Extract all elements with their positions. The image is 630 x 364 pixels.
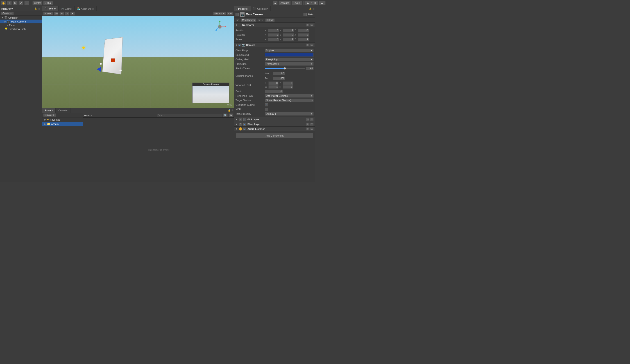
scene-tab[interactable]: ⬛ Scene xyxy=(42,6,58,11)
search-icon[interactable]: 🔍 xyxy=(223,113,228,117)
rendering-path-dropdown[interactable]: Use Player Settings ▼ xyxy=(265,94,314,98)
game-tab[interactable]: 🎮 Game xyxy=(58,6,74,11)
vp-w-input[interactable] xyxy=(268,85,278,89)
rotate-tool-btn[interactable]: ↻ xyxy=(12,1,18,5)
rot-z-input[interactable] xyxy=(298,33,309,37)
hdr-checkbox[interactable] xyxy=(265,108,268,111)
flare-layer-settings[interactable]: ⚙ xyxy=(306,123,310,126)
depth-input[interactable] xyxy=(265,90,283,93)
project-settings-icon[interactable]: ⚙ xyxy=(228,113,233,117)
occlusion-tab[interactable]: ⬛ Occlusion xyxy=(251,6,270,11)
console-tab[interactable]: Console xyxy=(56,108,70,113)
hierarchy-lock-btn[interactable]: 🔒 xyxy=(34,7,38,10)
camera-menu-btn[interactable]: ☰ xyxy=(310,43,314,46)
hierarchy-create-btn[interactable]: Create ▼ xyxy=(1,12,14,15)
tag-dropdown[interactable]: MainCamera xyxy=(241,18,256,22)
cloud-icon[interactable]: ☁ xyxy=(273,1,278,5)
near-input[interactable] xyxy=(273,72,285,75)
hierarchy-item-plane[interactable]: ▫ Plane xyxy=(0,23,42,27)
inspector-menu[interactable]: ☰ xyxy=(312,7,315,10)
effects-btn[interactable]: ✦ xyxy=(70,12,75,15)
space-global-btn[interactable]: Global xyxy=(43,1,53,5)
rot-x-input[interactable] xyxy=(268,33,279,37)
pivot-center-btn[interactable]: Center xyxy=(32,1,42,5)
viewport[interactable]: ☁ xyxy=(42,16,234,108)
camera-header[interactable]: ▼ 📷 Camera ⚙ ☰ xyxy=(234,43,315,47)
vp-y-input[interactable] xyxy=(283,81,293,85)
audio-listener-menu[interactable]: ☰ xyxy=(310,127,314,130)
layer-dropdown[interactable]: Default xyxy=(265,18,275,22)
hierarchy-menu-btn[interactable]: ☰ xyxy=(38,7,41,10)
project-favorites[interactable]: ▶ ★ Favorites xyxy=(42,117,83,122)
pos-y-input[interactable] xyxy=(283,29,294,32)
pos-x-input[interactable] xyxy=(268,29,279,32)
fov-slider-thumb[interactable] xyxy=(284,67,286,69)
occlusion-culling-checkbox[interactable] xyxy=(265,103,268,106)
clear-flags-dropdown[interactable]: Skybox ▼ xyxy=(265,49,314,52)
shading-mode-dropdown[interactable]: Shaded xyxy=(43,12,53,15)
culling-mask-dropdown[interactable]: Everything ▼ xyxy=(265,58,314,61)
object-active-checkbox[interactable] xyxy=(236,13,239,16)
add-component-btn[interactable]: Add Component xyxy=(236,133,313,138)
transform-header[interactable]: ▼ ↔ Transform ⚙ ☰ xyxy=(234,23,315,27)
fov-value-input[interactable] xyxy=(306,67,314,70)
inspector-tab[interactable]: ℹ Inspector xyxy=(234,6,251,11)
bottom-panel-menu[interactable]: ☰ xyxy=(231,109,234,112)
flare-layer-section[interactable]: ▼ F Flare Layer ⚙ ☰ xyxy=(234,122,315,127)
audio-btn[interactable]: ♪ xyxy=(65,12,69,15)
gui-layer-menu[interactable]: ☰ xyxy=(310,118,314,121)
audio-listener-section[interactable]: ▼ ♪ Audio Listener ⚙ ☰ xyxy=(234,127,315,131)
lighting-btn[interactable]: ☀ xyxy=(60,12,64,15)
hierarchy-content[interactable]: ▼ 🎬 Untitled* ▶ 📷 Main Camera ▫ Plane 💡 … xyxy=(0,16,42,182)
asset-store-tab[interactable]: 🏪 Asset Store xyxy=(74,6,96,11)
flare-layer-checkbox[interactable] xyxy=(244,123,246,125)
far-input[interactable] xyxy=(273,77,285,80)
project-assets[interactable]: ▶ 📁 Assets xyxy=(42,122,83,126)
rect-tool-btn[interactable]: ▭ xyxy=(24,1,29,5)
target-display-dropdown[interactable]: Display 1 ▼ xyxy=(265,112,314,116)
gui-layer-settings[interactable]: ⚙ xyxy=(306,118,310,121)
account-btn[interactable]: Account xyxy=(278,1,291,5)
play-btn[interactable]: ▶ xyxy=(304,1,311,5)
camera-enable-checkbox[interactable] xyxy=(238,44,241,46)
project-create-btn[interactable]: Create ▼ xyxy=(43,113,56,117)
fov-slider-track[interactable] xyxy=(265,68,305,69)
camera-settings-btn[interactable]: ⚙ xyxy=(306,43,310,46)
projection-dropdown[interactable]: Perspective ▼ xyxy=(265,62,314,66)
scl-z-input[interactable] xyxy=(298,38,309,41)
scale-tool-btn[interactable]: ⤢ xyxy=(18,1,24,5)
audio-listener-checkbox[interactable] xyxy=(244,128,246,130)
gui-layer-arrow: ▼ xyxy=(236,118,238,121)
hierarchy-item-main-camera[interactable]: ▶ 📷 Main Camera xyxy=(0,19,42,23)
project-tab[interactable]: Project xyxy=(42,108,56,113)
target-texture-dropdown[interactable]: None (Render Texture) ○ xyxy=(265,98,314,102)
gui-layer-section[interactable]: ▼ G GUI Layer ⚙ ☰ xyxy=(234,117,315,122)
audio-listener-settings[interactable]: ⚙ xyxy=(306,127,310,130)
static-checkbox[interactable] xyxy=(304,13,307,16)
all-layers-dropdown[interactable]: ≡All xyxy=(227,12,233,15)
2d-toggle-btn[interactable]: 2D xyxy=(54,12,58,15)
vp-x-input[interactable] xyxy=(268,81,278,85)
rot-y-input[interactable] xyxy=(283,33,294,37)
scl-y-input[interactable] xyxy=(283,38,294,41)
pause-btn[interactable]: ⏸ xyxy=(312,1,315,5)
gui-layer-checkbox[interactable] xyxy=(244,118,246,121)
vp-h-input[interactable] xyxy=(283,85,293,89)
layers-btn[interactable]: Layers xyxy=(292,1,302,5)
project-search-input[interactable] xyxy=(156,114,222,117)
transform-settings-btn[interactable]: ⚙ xyxy=(306,23,310,26)
scene-gizmo[interactable] xyxy=(212,19,227,34)
clipping-planes-row: Clipping Planes Near Far xyxy=(234,71,315,81)
flare-layer-menu[interactable]: ☰ xyxy=(310,123,314,126)
transform-menu-btn[interactable]: ☰ xyxy=(310,23,314,26)
hierarchy-item-untitled[interactable]: ▼ 🎬 Untitled* xyxy=(0,16,42,19)
gizmos-dropdown[interactable]: Gizmos ▼ xyxy=(213,12,226,15)
hand-tool-btn[interactable]: ✋ xyxy=(1,1,6,5)
scl-x-input[interactable] xyxy=(268,38,279,41)
inspector-lock[interactable]: 🔒 xyxy=(308,7,312,10)
bottom-panel-lock[interactable]: 🔒 xyxy=(228,109,231,112)
background-color[interactable] xyxy=(265,53,314,57)
pos-z-input[interactable] xyxy=(298,29,309,32)
move-tool-btn[interactable]: ✛ xyxy=(7,1,12,5)
hierarchy-item-directional-light[interactable]: 💡 Directional Light xyxy=(0,27,42,31)
